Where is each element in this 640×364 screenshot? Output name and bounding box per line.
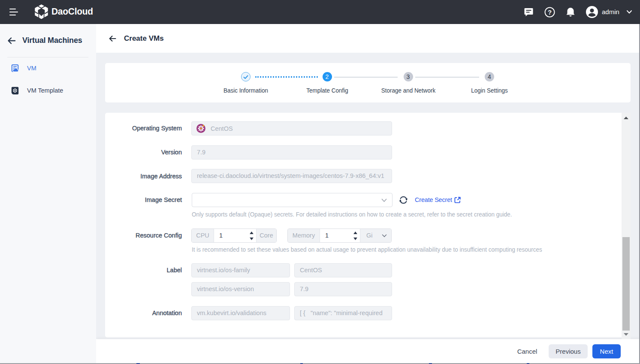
svg-text:?: ? [548, 9, 552, 16]
